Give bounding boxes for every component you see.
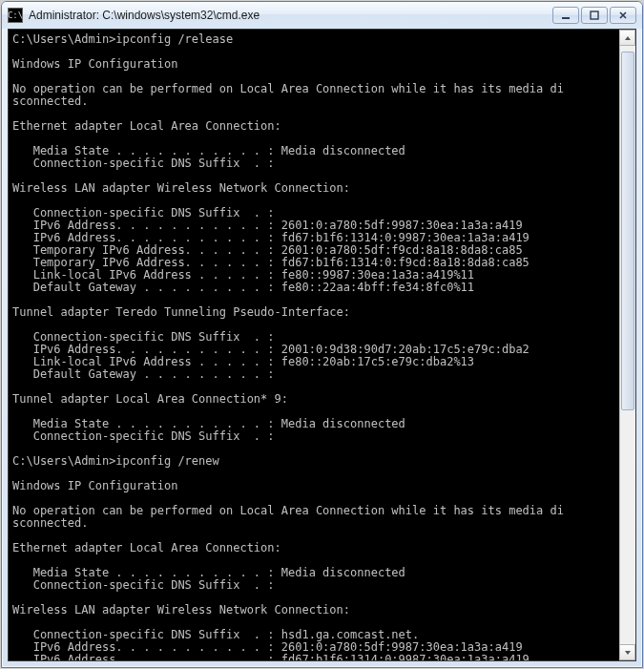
cmd-window: C:\ Administrator: C:\windows\system32\c…: [1, 1, 643, 668]
terminal-output[interactable]: C:\Users\Admin>ipconfig /releaseWindows …: [9, 30, 619, 660]
scroll-up-button[interactable]: [620, 30, 635, 46]
terminal-line: Wireless LAN adapter Wireless Network Co…: [12, 182, 619, 195]
terminal-line: Connection-specific DNS Suffix . :: [12, 157, 619, 170]
svg-rect-0: [562, 17, 570, 19]
terminal-line: sconnected.: [12, 517, 619, 530]
terminal-line: C:\Users\Admin>ipconfig /renew: [12, 455, 619, 468]
terminal-line: Tunnel adapter Teredo Tunneling Pseudo-I…: [12, 306, 619, 319]
terminal-line: sconnected.: [12, 95, 619, 108]
terminal-line: C:\Users\Admin>ipconfig /release: [12, 33, 619, 46]
terminal-line: Default Gateway . . . . . . . . . :: [12, 368, 619, 381]
scroll-thumb[interactable]: [621, 52, 634, 410]
cmd-icon: C:\: [8, 8, 23, 23]
terminal-line: IPv6 Address. . . . . . . . . . . : fd67…: [12, 654, 619, 661]
terminal-line: No operation can be performed on Local A…: [12, 83, 619, 95]
terminal-line: No operation can be performed on Local A…: [12, 505, 619, 517]
terminal-line: Default Gateway . . . . . . . . . : fe80…: [12, 282, 619, 294]
close-button[interactable]: [610, 7, 636, 24]
maximize-button[interactable]: [581, 7, 608, 24]
terminal-line: Windows IP Configuration: [12, 480, 619, 492]
terminal-line: Wireless LAN adapter Wireless Network Co…: [12, 604, 619, 617]
terminal-line: Connection-specific DNS Suffix . :: [12, 430, 619, 443]
svg-rect-1: [591, 11, 598, 19]
terminal-line: Ethernet adapter Local Area Connection:: [12, 120, 619, 133]
window-controls: [552, 7, 636, 24]
terminal-line: Ethernet adapter Local Area Connection:: [12, 542, 619, 554]
window-title: Administrator: C:\windows\system32\cmd.e…: [29, 9, 552, 22]
client-area: C:\Users\Admin>ipconfig /releaseWindows …: [8, 29, 636, 661]
minimize-button[interactable]: [552, 7, 579, 24]
scroll-down-button[interactable]: [620, 644, 635, 660]
scroll-track[interactable]: [620, 46, 635, 644]
terminal-line: Connection-specific DNS Suffix . :: [12, 579, 619, 592]
vertical-scrollbar[interactable]: [619, 30, 635, 660]
terminal-line: Windows IP Configuration: [12, 58, 619, 71]
terminal-line: Tunnel adapter Local Area Connection* 9:: [12, 393, 619, 406]
titlebar[interactable]: C:\ Administrator: C:\windows\system32\c…: [2, 2, 642, 29]
